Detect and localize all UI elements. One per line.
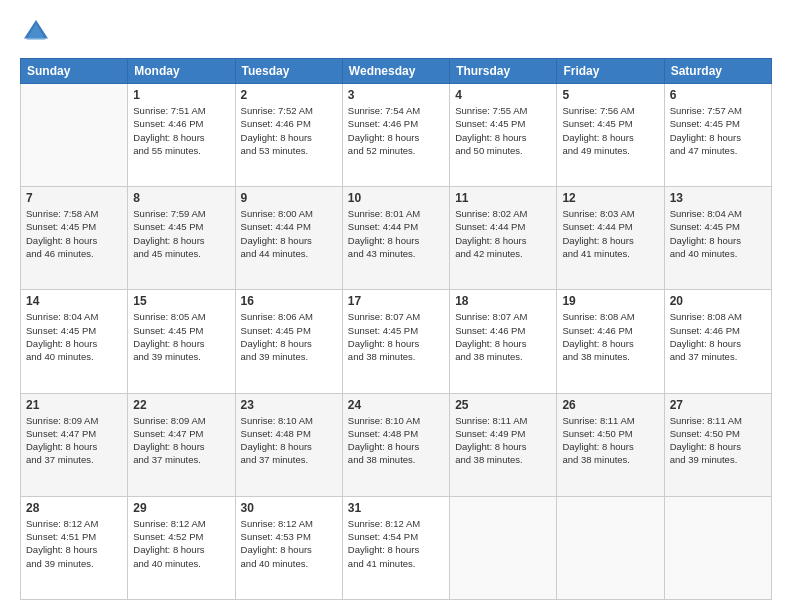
day-cell: 17 Sunrise: 8:07 AMSunset: 4:45 PMDaylig…: [342, 290, 449, 393]
day-number: 2: [241, 88, 337, 102]
day-header-thursday: Thursday: [450, 59, 557, 84]
day-number: 26: [562, 398, 658, 412]
day-number: 4: [455, 88, 551, 102]
day-info: Sunrise: 8:10 AMSunset: 4:48 PMDaylight:…: [241, 414, 337, 467]
day-cell: 21 Sunrise: 8:09 AMSunset: 4:47 PMDaylig…: [21, 393, 128, 496]
day-info: Sunrise: 7:57 AMSunset: 4:45 PMDaylight:…: [670, 104, 766, 157]
day-cell: 26 Sunrise: 8:11 AMSunset: 4:50 PMDaylig…: [557, 393, 664, 496]
week-row-1: 1 Sunrise: 7:51 AMSunset: 4:46 PMDayligh…: [21, 84, 772, 187]
day-info: Sunrise: 8:12 AMSunset: 4:52 PMDaylight:…: [133, 517, 229, 570]
day-info: Sunrise: 8:05 AMSunset: 4:45 PMDaylight:…: [133, 310, 229, 363]
day-info: Sunrise: 8:04 AMSunset: 4:45 PMDaylight:…: [670, 207, 766, 260]
day-number: 22: [133, 398, 229, 412]
day-header-wednesday: Wednesday: [342, 59, 449, 84]
day-number: 1: [133, 88, 229, 102]
day-cell: 18 Sunrise: 8:07 AMSunset: 4:46 PMDaylig…: [450, 290, 557, 393]
day-cell: 13 Sunrise: 8:04 AMSunset: 4:45 PMDaylig…: [664, 187, 771, 290]
day-number: 30: [241, 501, 337, 515]
day-cell: 7 Sunrise: 7:58 AMSunset: 4:45 PMDayligh…: [21, 187, 128, 290]
day-cell: 12 Sunrise: 8:03 AMSunset: 4:44 PMDaylig…: [557, 187, 664, 290]
day-cell: 10 Sunrise: 8:01 AMSunset: 4:44 PMDaylig…: [342, 187, 449, 290]
day-info: Sunrise: 8:04 AMSunset: 4:45 PMDaylight:…: [26, 310, 122, 363]
day-number: 23: [241, 398, 337, 412]
day-info: Sunrise: 8:12 AMSunset: 4:53 PMDaylight:…: [241, 517, 337, 570]
day-cell: [450, 496, 557, 599]
day-number: 10: [348, 191, 444, 205]
day-cell: [664, 496, 771, 599]
day-number: 28: [26, 501, 122, 515]
day-info: Sunrise: 7:51 AMSunset: 4:46 PMDaylight:…: [133, 104, 229, 157]
day-info: Sunrise: 7:55 AMSunset: 4:45 PMDaylight:…: [455, 104, 551, 157]
day-cell: 2 Sunrise: 7:52 AMSunset: 4:46 PMDayligh…: [235, 84, 342, 187]
calendar-header: SundayMondayTuesdayWednesdayThursdayFrid…: [21, 59, 772, 84]
day-info: Sunrise: 8:03 AMSunset: 4:44 PMDaylight:…: [562, 207, 658, 260]
day-number: 18: [455, 294, 551, 308]
day-cell: 25 Sunrise: 8:11 AMSunset: 4:49 PMDaylig…: [450, 393, 557, 496]
day-number: 31: [348, 501, 444, 515]
day-info: Sunrise: 7:52 AMSunset: 4:46 PMDaylight:…: [241, 104, 337, 157]
day-cell: 23 Sunrise: 8:10 AMSunset: 4:48 PMDaylig…: [235, 393, 342, 496]
day-number: 3: [348, 88, 444, 102]
header: [20, 16, 772, 48]
day-header-saturday: Saturday: [664, 59, 771, 84]
day-cell: 5 Sunrise: 7:56 AMSunset: 4:45 PMDayligh…: [557, 84, 664, 187]
day-cell: 9 Sunrise: 8:00 AMSunset: 4:44 PMDayligh…: [235, 187, 342, 290]
day-info: Sunrise: 8:09 AMSunset: 4:47 PMDaylight:…: [133, 414, 229, 467]
day-info: Sunrise: 8:07 AMSunset: 4:45 PMDaylight:…: [348, 310, 444, 363]
header-row: SundayMondayTuesdayWednesdayThursdayFrid…: [21, 59, 772, 84]
day-number: 17: [348, 294, 444, 308]
day-cell: 20 Sunrise: 8:08 AMSunset: 4:46 PMDaylig…: [664, 290, 771, 393]
day-cell: 3 Sunrise: 7:54 AMSunset: 4:46 PMDayligh…: [342, 84, 449, 187]
day-cell: 29 Sunrise: 8:12 AMSunset: 4:52 PMDaylig…: [128, 496, 235, 599]
day-info: Sunrise: 8:00 AMSunset: 4:44 PMDaylight:…: [241, 207, 337, 260]
day-info: Sunrise: 8:08 AMSunset: 4:46 PMDaylight:…: [670, 310, 766, 363]
day-number: 11: [455, 191, 551, 205]
day-number: 14: [26, 294, 122, 308]
week-row-3: 14 Sunrise: 8:04 AMSunset: 4:45 PMDaylig…: [21, 290, 772, 393]
day-cell: 19 Sunrise: 8:08 AMSunset: 4:46 PMDaylig…: [557, 290, 664, 393]
calendar-body: 1 Sunrise: 7:51 AMSunset: 4:46 PMDayligh…: [21, 84, 772, 600]
day-cell: 15 Sunrise: 8:05 AMSunset: 4:45 PMDaylig…: [128, 290, 235, 393]
day-number: 16: [241, 294, 337, 308]
day-info: Sunrise: 8:02 AMSunset: 4:44 PMDaylight:…: [455, 207, 551, 260]
day-info: Sunrise: 7:59 AMSunset: 4:45 PMDaylight:…: [133, 207, 229, 260]
day-header-monday: Monday: [128, 59, 235, 84]
calendar-table: SundayMondayTuesdayWednesdayThursdayFrid…: [20, 58, 772, 600]
day-cell: [21, 84, 128, 187]
day-info: Sunrise: 8:11 AMSunset: 4:50 PMDaylight:…: [562, 414, 658, 467]
day-cell: 4 Sunrise: 7:55 AMSunset: 4:45 PMDayligh…: [450, 84, 557, 187]
week-row-2: 7 Sunrise: 7:58 AMSunset: 4:45 PMDayligh…: [21, 187, 772, 290]
day-info: Sunrise: 7:54 AMSunset: 4:46 PMDaylight:…: [348, 104, 444, 157]
day-info: Sunrise: 7:58 AMSunset: 4:45 PMDaylight:…: [26, 207, 122, 260]
main-container: SundayMondayTuesdayWednesdayThursdayFrid…: [0, 0, 792, 612]
day-number: 25: [455, 398, 551, 412]
day-number: 19: [562, 294, 658, 308]
day-number: 29: [133, 501, 229, 515]
day-cell: 8 Sunrise: 7:59 AMSunset: 4:45 PMDayligh…: [128, 187, 235, 290]
day-cell: 24 Sunrise: 8:10 AMSunset: 4:48 PMDaylig…: [342, 393, 449, 496]
day-cell: 16 Sunrise: 8:06 AMSunset: 4:45 PMDaylig…: [235, 290, 342, 393]
logo-icon: [20, 16, 52, 48]
day-cell: 31 Sunrise: 8:12 AMSunset: 4:54 PMDaylig…: [342, 496, 449, 599]
day-number: 21: [26, 398, 122, 412]
day-info: Sunrise: 8:08 AMSunset: 4:46 PMDaylight:…: [562, 310, 658, 363]
day-number: 24: [348, 398, 444, 412]
day-info: Sunrise: 8:10 AMSunset: 4:48 PMDaylight:…: [348, 414, 444, 467]
day-number: 15: [133, 294, 229, 308]
day-number: 12: [562, 191, 658, 205]
day-cell: [557, 496, 664, 599]
day-info: Sunrise: 8:06 AMSunset: 4:45 PMDaylight:…: [241, 310, 337, 363]
logo: [20, 16, 56, 48]
day-header-friday: Friday: [557, 59, 664, 84]
day-info: Sunrise: 8:09 AMSunset: 4:47 PMDaylight:…: [26, 414, 122, 467]
day-number: 27: [670, 398, 766, 412]
day-number: 13: [670, 191, 766, 205]
day-info: Sunrise: 8:07 AMSunset: 4:46 PMDaylight:…: [455, 310, 551, 363]
day-cell: 11 Sunrise: 8:02 AMSunset: 4:44 PMDaylig…: [450, 187, 557, 290]
day-cell: 1 Sunrise: 7:51 AMSunset: 4:46 PMDayligh…: [128, 84, 235, 187]
day-number: 6: [670, 88, 766, 102]
day-header-tuesday: Tuesday: [235, 59, 342, 84]
day-number: 8: [133, 191, 229, 205]
day-cell: 14 Sunrise: 8:04 AMSunset: 4:45 PMDaylig…: [21, 290, 128, 393]
day-header-sunday: Sunday: [21, 59, 128, 84]
